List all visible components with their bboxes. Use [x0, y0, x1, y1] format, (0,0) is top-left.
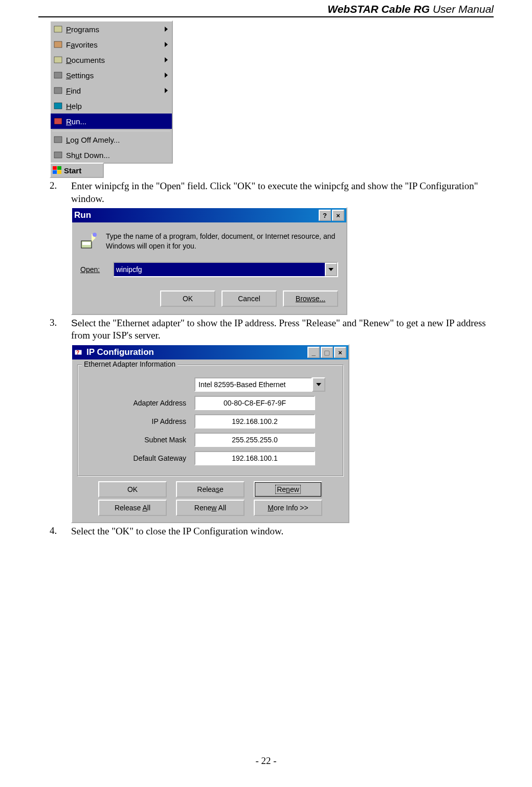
step-4-text: Select the "OK" to close the IP Configur…: [71, 525, 494, 538]
start-menu-item[interactable]: Log Off Amely...: [51, 132, 172, 147]
run-cancel-button[interactable]: Cancel: [221, 290, 277, 307]
submenu-arrow-icon: [165, 57, 168, 62]
start-menu: ProgramsFavoritesDocumentsSettingsFindHe…: [50, 20, 173, 164]
menu-item-label: Log Off Amely...: [66, 136, 120, 144]
start-button[interactable]: Start: [50, 163, 104, 178]
menu-item-icon: [54, 136, 63, 144]
menu-item-icon: [54, 86, 63, 95]
menu-item-icon: [54, 25, 63, 33]
adapter-address-value: 00-80-C8-EF-67-9F: [194, 396, 315, 410]
close-button[interactable]: ×: [334, 347, 346, 358]
start-menu-item[interactable]: Settings: [51, 68, 172, 83]
menu-item-label: Settings: [66, 71, 94, 80]
menu-item-icon: [54, 56, 63, 64]
ip-config-icon: ?: [74, 348, 83, 356]
start-menu-item[interactable]: Programs: [51, 21, 172, 37]
adapter-select[interactable]: Intel 82595-Based Ethernet: [194, 377, 325, 392]
step-4: 4. Select the "OK" to close the IP Confi…: [50, 525, 494, 538]
menu-item-icon: [54, 71, 63, 79]
ip-address-value: 192.168.100.2: [194, 414, 315, 429]
ip-renew-all-button[interactable]: Renew All: [176, 500, 245, 516]
ip-renew-button[interactable]: Renew: [254, 481, 322, 498]
run-app-icon: [80, 232, 99, 250]
menu-item-label: Documents: [66, 56, 105, 64]
svg-rect-3: [54, 72, 62, 78]
gateway-value: 192.168.100.1: [194, 451, 315, 465]
svg-text:?: ?: [76, 350, 79, 355]
svg-rect-14: [82, 242, 91, 245]
header-suffix: User Manual: [430, 3, 494, 15]
ip-address-label: IP Address: [84, 417, 194, 425]
start-menu-item[interactable]: Favorites: [51, 37, 172, 52]
svg-rect-4: [54, 87, 62, 94]
svg-point-15: [93, 233, 97, 237]
run-browse-button[interactable]: Browse...: [283, 290, 338, 307]
step-2-number: 2.: [50, 180, 71, 205]
ip-ok-button[interactable]: OK: [98, 481, 167, 498]
step-2-text: Enter winipcfg in the "Open" field. Clic…: [71, 180, 494, 205]
gateway-label: Default Gateway: [84, 454, 194, 462]
ip-release-all-button[interactable]: Release All: [98, 500, 167, 516]
menu-item-icon: [54, 102, 63, 110]
svg-rect-1: [54, 41, 62, 48]
svg-rect-7: [54, 137, 62, 143]
run-titlebar: Run ? ×: [72, 208, 346, 222]
run-open-combo[interactable]: [113, 262, 338, 277]
submenu-arrow-icon: [165, 27, 168, 32]
run-open-input[interactable]: [114, 263, 325, 276]
page-footer: - 22 -: [0, 755, 532, 767]
close-button[interactable]: ×: [332, 210, 344, 221]
menu-item-label: Help: [66, 102, 82, 110]
svg-rect-5: [54, 103, 62, 109]
start-menu-item[interactable]: Documents: [51, 52, 172, 68]
combo-dropdown-button[interactable]: [325, 263, 337, 276]
menu-item-icon: [54, 117, 63, 125]
svg-rect-11: [53, 170, 57, 174]
minimize-button[interactable]: _: [307, 347, 320, 358]
menu-item-label: Find: [66, 86, 81, 95]
windows-logo-icon: [53, 166, 62, 174]
svg-rect-6: [54, 118, 62, 124]
start-menu-item[interactable]: Run...: [51, 114, 172, 129]
chevron-down-icon: [316, 383, 321, 386]
start-menu-item[interactable]: Find: [51, 83, 172, 98]
group-label: Ethernet Adapter Information: [82, 360, 178, 368]
menu-item-label: Programs: [66, 25, 99, 34]
ip-config-dialog: ? IP Configuration _ ▢ × Ethernet Adapte…: [71, 344, 349, 523]
chevron-down-icon: [328, 268, 334, 271]
ip-title: IP Configuration: [86, 347, 154, 357]
run-open-label: Open:: [80, 265, 106, 274]
run-dialog: Run ? × Type the name of a program, fold…: [71, 207, 347, 314]
help-button[interactable]: ?: [319, 210, 331, 221]
submenu-arrow-icon: [165, 42, 168, 47]
submenu-arrow-icon: [165, 73, 168, 78]
run-title: Run: [74, 210, 91, 220]
subnet-value: 255.255.255.0: [194, 433, 315, 447]
step-2: 2. Enter winipcfg in the "Open" field. C…: [50, 180, 494, 205]
adapter-select-value: Intel 82595-Based Ethernet: [194, 377, 312, 392]
start-menu-item[interactable]: Shut Down...: [51, 147, 172, 163]
ethernet-adapter-group: Ethernet Adapter Information Intel 82595…: [77, 365, 343, 476]
header-brand: WebSTAR Cable RG: [327, 3, 430, 15]
ip-titlebar: ? IP Configuration _ ▢ ×: [72, 345, 348, 359]
menu-separator: [52, 130, 170, 131]
run-ok-button[interactable]: OK: [160, 290, 215, 307]
svg-rect-10: [57, 166, 61, 170]
adapter-dropdown-button[interactable]: [312, 377, 325, 392]
run-description: Type the name of a program, folder, docu…: [106, 232, 338, 250]
start-button-label: Start: [64, 166, 81, 175]
svg-rect-2: [54, 57, 62, 63]
menu-item-label: Favorites: [66, 40, 98, 49]
step-3-number: 3.: [50, 317, 71, 342]
maximize-button[interactable]: ▢: [321, 347, 333, 358]
ip-release-button[interactable]: Release: [176, 481, 245, 498]
menu-item-icon: [54, 40, 63, 49]
svg-rect-12: [57, 170, 61, 174]
page-header: WebSTAR Cable RG User Manual: [38, 0, 494, 17]
submenu-arrow-icon: [165, 88, 168, 93]
adapter-address-label: Adapter Address: [84, 399, 194, 407]
svg-rect-0: [54, 26, 62, 32]
start-menu-item[interactable]: Help: [51, 98, 172, 114]
ip-more-info-button[interactable]: More Info >>: [254, 500, 322, 516]
svg-rect-8: [54, 152, 62, 158]
